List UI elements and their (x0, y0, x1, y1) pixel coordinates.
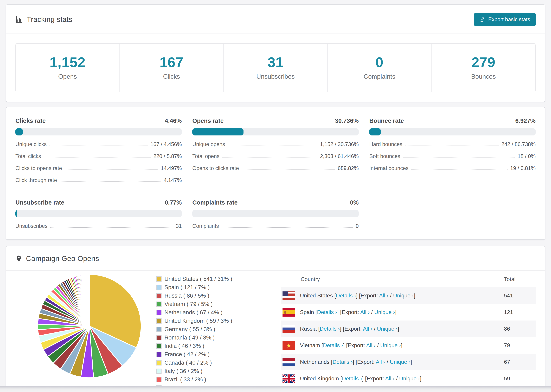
rate-detail-row: Click through rate4.147% (15, 177, 182, 183)
rate-detail-label: Unique clicks (15, 141, 47, 147)
rate-detail-rows: Complaints0 (192, 223, 359, 229)
rate-detail-label: Total opens (192, 153, 219, 159)
export-all-link[interactable]: All › (385, 375, 395, 382)
legend-swatch (156, 377, 162, 382)
geo-table-row: Netherlands [Details ›] [Export: All › /… (281, 354, 536, 370)
rate-detail-value: 167 / 4.456% (150, 141, 182, 147)
rate-card-header: Unsubscribe rate0.77% (15, 199, 182, 206)
export-unique-link[interactable]: Unique › (380, 342, 401, 348)
rate-detail-value: 18 / 0% (518, 153, 536, 159)
rate-card-header: Complaints rate0% (192, 199, 359, 206)
details-link[interactable]: Details › (323, 342, 343, 348)
pie-slice (89, 274, 89, 326)
rate-detail-row: Complaints0 (192, 223, 359, 229)
stat-card: 0Complaints (328, 44, 432, 92)
export-all-link[interactable]: All › (366, 342, 376, 348)
export-unique-link[interactable]: Unique › (393, 293, 414, 299)
geo-total-cell: 541 (504, 293, 536, 299)
export-unique-link[interactable]: Unique › (399, 375, 420, 382)
export-all-link[interactable]: All › (363, 326, 372, 332)
legend-swatch (156, 352, 162, 357)
geo-country-cell: United Kingdom [Details ›] [Export: All … (300, 375, 504, 382)
details-link[interactable]: Details › (332, 359, 353, 365)
progress-bar-track (369, 128, 536, 135)
details-link[interactable]: Details › (336, 293, 356, 299)
rate-title: Complaints rate (192, 199, 238, 206)
stat-value: 0 (328, 54, 431, 70)
rate-title: Opens rate (192, 117, 224, 124)
legend-swatch (156, 310, 162, 315)
rate-detail-label: Opens to clicks rate (192, 165, 239, 171)
legend-item: Netherlands ( 67 / 4% ) (156, 309, 252, 316)
total-column-header: Total (504, 276, 536, 282)
rate-detail-label: Soft bounces (369, 153, 400, 159)
dotted-leader (44, 158, 151, 158)
geo-table-row: United States [Details ›] [Export: All ›… (281, 287, 536, 304)
rate-value: 0% (350, 199, 359, 206)
stat-label: Complaints (328, 73, 431, 80)
vn-flag-icon: ★ (283, 341, 295, 350)
progress-bar-track (192, 128, 359, 135)
stat-value: 279 (431, 54, 535, 70)
progress-bar-fill (192, 128, 243, 135)
tracking-stats-body: 1,152Opens167Clicks31Unsubscribes0Compla… (6, 34, 545, 102)
rate-detail-value: 689.82% (338, 165, 359, 171)
rates-grid: Clicks rate4.46%Unique clicks167 / 4.456… (15, 117, 536, 229)
details-link[interactable]: Details › (317, 309, 337, 315)
rate-detail-label: Unsubscribes (15, 223, 48, 229)
rate-detail-label: Click through rate (15, 177, 57, 183)
dotted-leader (222, 158, 318, 158)
rate-detail-row: Hard bounces242 / 86.738% (369, 141, 536, 147)
gb-flag-icon (283, 374, 295, 383)
export-unique-link[interactable]: Unique › (374, 309, 395, 315)
rate-detail-label: Hard bounces (369, 141, 402, 147)
rate-detail-rows: Unique clicks167 / 4.456%Total clicks220… (15, 141, 182, 183)
legend-swatch (156, 335, 162, 340)
geo-total-cell: 79 (504, 342, 536, 349)
rate-value: 6.927% (515, 117, 536, 124)
rate-detail-row: Unsubscribes31 (15, 223, 182, 229)
geo-country-cell: United States [Details ›] [Export: All ›… (300, 293, 504, 299)
stat-card: 167Clicks (120, 44, 224, 92)
export-all-link[interactable]: All › (376, 359, 385, 365)
export-unique-link[interactable]: Unique › (377, 326, 398, 332)
rate-detail-value: 14.497% (161, 165, 182, 171)
tracking-stats-card: Tracking stats Export basic stats 1,152O… (6, 4, 545, 102)
rate-detail-row: Total clicks220 / 5.87% (15, 153, 182, 159)
dotted-leader (49, 146, 148, 146)
legend-item: Canada ( 40 / 2% ) (156, 359, 252, 366)
rate-detail-value: 31 (176, 223, 182, 229)
details-link[interactable]: Details › (342, 375, 362, 382)
geo-table-row: Spain [Details ›] [Export: All › / Uniqu… (281, 304, 536, 321)
rate-detail-row: Internal bounces19 / 6.81% (369, 165, 536, 171)
geo-country-cell: Netherlands [Details ›] [Export: All › /… (300, 359, 504, 365)
export-all-link[interactable]: All › (379, 293, 389, 299)
rate-detail-label: Total clicks (15, 153, 41, 159)
rate-detail-value: 220 / 5.87% (154, 153, 182, 159)
export-basic-stats-button[interactable]: Export basic stats (474, 13, 536, 26)
dotted-leader (242, 169, 335, 170)
geo-pie-chart (36, 273, 143, 380)
ru-flag-icon (283, 325, 295, 333)
rate-value: 4.46% (165, 117, 182, 124)
rate-detail-row: Clicks to opens rate14.497% (15, 165, 182, 171)
legend-label: France ( 42 / 2% ) (164, 351, 210, 358)
legend-label: Brazil ( 33 / 2% ) (164, 376, 206, 383)
legend-label: Vietnam ( 79 / 5% ) (164, 301, 213, 307)
legend-swatch (156, 293, 162, 298)
stat-label: Bounces (431, 73, 535, 80)
map-pin-icon (15, 255, 22, 262)
geo-table-header: Country Total (281, 271, 536, 287)
export-unique-link[interactable]: Unique › (390, 359, 410, 365)
country-column-header: Country (281, 276, 504, 282)
details-link[interactable]: Details › (320, 326, 340, 332)
legend-label: Netherlands ( 67 / 4% ) (164, 309, 222, 316)
rate-card: Clicks rate4.46%Unique clicks167 / 4.456… (15, 117, 182, 183)
rate-detail-row: Total opens2,303 / 61.446% (192, 153, 359, 159)
legend-swatch (156, 276, 162, 282)
legend-item: United States ( 541 / 31% ) (156, 276, 252, 282)
rate-card-header: Bounce rate6.927% (369, 117, 536, 124)
export-all-link[interactable]: All › (360, 309, 370, 315)
rate-card-header: Clicks rate4.46% (15, 117, 182, 124)
rate-detail-value: 0 (356, 223, 359, 229)
